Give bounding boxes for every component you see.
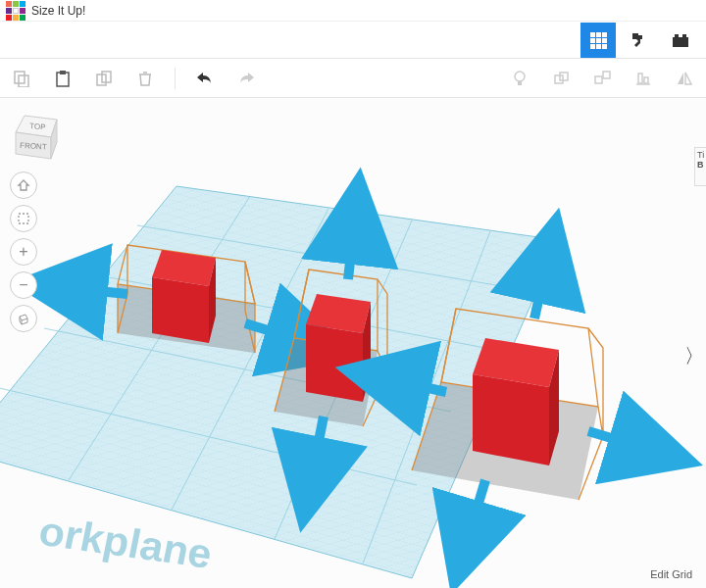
mode-bar [0,22,706,59]
svg-rect-1 [596,32,601,37]
svg-rect-11 [682,34,686,38]
scene-svg: orkplane [0,98,706,588]
align-icon [634,70,652,87]
fit-icon [17,212,30,225]
viewcube[interactable]: TOP FRONT [10,108,69,167]
svg-rect-6 [590,44,595,49]
paste-button[interactable] [51,67,75,90]
mirror-button[interactable] [673,67,696,90]
ungroup-button[interactable] [590,67,614,90]
workplane-label: orkplane [39,508,211,577]
home-icon [17,178,30,192]
ungroup-icon [593,70,611,87]
scale-arrow-front[interactable] [471,480,485,529]
svg-rect-4 [596,38,601,43]
grid-icon [588,30,608,50]
mode-3d-design[interactable] [580,23,616,58]
bulb-icon [511,70,529,87]
viewcube-top-label: TOP [29,122,46,131]
mode-blocks[interactable] [622,23,657,58]
svg-rect-14 [57,73,69,86]
scale-arrow-back[interactable] [348,235,353,279]
ortho-icon [17,312,30,325]
svg-rect-0 [590,32,595,37]
svg-rect-8 [602,44,607,49]
copy-icon [13,70,30,87]
duplicate-icon [95,70,113,87]
shapes-panel-collapsed[interactable]: Ti B [694,147,706,186]
undo-icon [195,71,215,86]
svg-rect-20 [555,75,563,83]
svg-rect-21 [560,73,568,80]
group-icon [552,70,570,87]
scale-arrow-right[interactable] [588,431,637,446]
brick-icon [670,29,691,51]
trash-icon [136,70,154,87]
svg-rect-36 [19,214,28,223]
svg-rect-12 [15,72,25,83]
svg-rect-23 [603,72,610,78]
ortho-toggle-button[interactable] [10,305,37,332]
svg-rect-15 [60,71,66,74]
duplicate-button[interactable] [92,67,116,90]
3d-canvas[interactable]: orkplane [0,98,706,588]
project-title[interactable]: Size It Up! [31,4,85,18]
redo-icon [236,71,256,86]
svg-rect-3 [590,38,595,43]
group-button[interactable] [549,67,573,90]
app-header: Size It Up! [0,0,706,22]
svg-rect-10 [675,34,679,38]
pickaxe-icon [629,29,650,51]
undo-button[interactable] [193,67,217,90]
align-button[interactable] [631,67,655,90]
scale-arrow-left[interactable] [78,289,127,294]
svg-rect-5 [602,38,607,43]
redo-button[interactable] [234,67,258,90]
svg-rect-7 [596,44,601,49]
divider [175,68,176,89]
zoom-out-button[interactable]: − [10,271,37,299]
fit-view-button[interactable] [10,205,37,232]
edit-grid-button[interactable]: Edit Grid [650,568,692,580]
zoom-in-button[interactable]: + [10,238,37,266]
tinkercad-logo [6,1,25,21]
svg-rect-22 [595,76,602,83]
show-all-button[interactable] [508,67,531,90]
svg-rect-25 [638,74,642,83]
svg-point-18 [515,72,525,81]
nav-controls: + − [10,172,37,332]
copy-button[interactable] [10,67,33,90]
mirror-icon [676,70,693,87]
delete-button[interactable] [133,67,157,90]
svg-rect-19 [518,81,522,85]
svg-rect-9 [673,37,688,47]
svg-rect-2 [602,32,607,37]
home-view-button[interactable] [10,172,37,199]
main-toolbar [0,59,706,98]
svg-rect-26 [644,77,648,83]
viewcube-front-label: FRONT [20,141,47,151]
svg-rect-13 [19,75,28,87]
paste-icon [54,70,72,87]
mode-bricks[interactable] [663,23,698,58]
panel-expand-handle[interactable]: 〉 [684,343,704,369]
